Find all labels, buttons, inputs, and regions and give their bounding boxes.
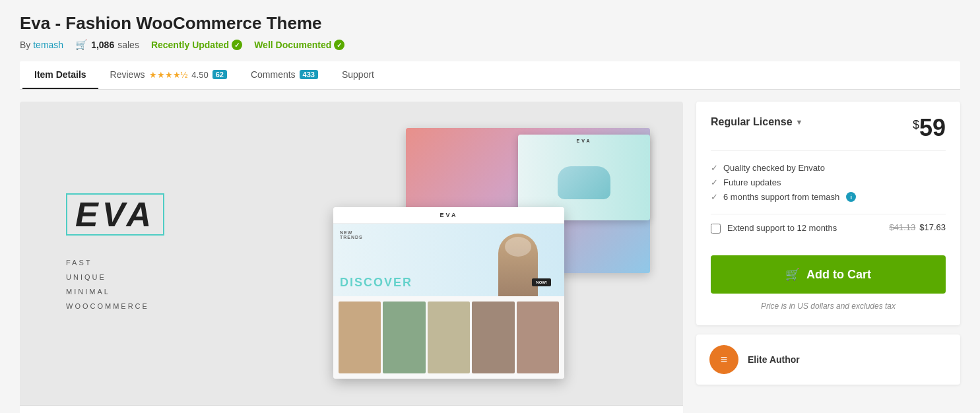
recently-updated-badge: Recently Updated ✓ [151,40,242,50]
stars-icon: ★★★★½ [149,70,188,80]
add-to-cart-label: Add to Cart [806,268,871,282]
screen-front-header: EVA [333,207,564,224]
eva-logo: EVA [66,193,164,236]
mini-product-4 [472,302,514,373]
check-icon-1: ✓ [711,163,718,173]
price-value: 59 [919,114,946,141]
preview-buttons: Preview Item ⊞ Screenshots 🖼 [20,405,683,413]
feature-item-2: ✓ Future updates [711,177,946,187]
screen-front: EVA DISCOVER [333,207,564,379]
mini-product-5 [517,302,559,373]
page-title: Eva - Fashion WooCommerce Theme [20,13,960,34]
feature-text-2: Future updates [723,177,781,187]
elite-author-label: Elite Author [748,354,800,365]
mini-product-2 [383,302,425,373]
extend-old-price: $41.13 [889,222,915,232]
feature-item-3: ✓ 6 months support from temash i [711,192,946,202]
tab-reviews-label: Reviews [110,69,145,80]
cart-icon: 🛒 [75,39,88,51]
discover-text: DISCOVER [340,276,412,290]
cart-icon-btn: 🛒 [785,267,800,282]
tagline-unique: UNIQUE [66,270,164,284]
preview-area: EVA FAST UNIQUE MINIMAL WOOCOMMERCE [20,102,683,413]
license-label: Regular License [711,116,793,128]
elite-author-icon: ≡ [721,353,728,367]
extend-support-checkbox[interactable] [711,224,721,234]
right-panel: Regular License ▼ $59 ✓ Quality checked … [696,102,960,385]
screen-hero: DISCOVER NEWTRENDS NOW! [333,224,564,296]
screen-brand: EVA [440,212,458,218]
sales-number: 1,086 [91,40,114,50]
price-dollar-sign: $ [913,119,919,131]
feature-item-1: ✓ Quality checked by Envato [711,163,946,173]
page-wrapper: Eva - Fashion WooCommerce Theme By temas… [0,0,980,413]
preview-image-container: EVA FAST UNIQUE MINIMAL WOOCOMMERCE [20,102,683,405]
tab-reviews[interactable]: Reviews ★★★★½ 4.50 62 [98,61,239,89]
features-list: ✓ Quality checked by Envato ✓ Future upd… [711,163,946,202]
tax-note: Price is in US dollars and excludes tax [711,302,946,311]
tab-item-details-label: Item Details [34,69,86,80]
sales-count: 🛒 1,086 sales [75,39,139,51]
sales-label: sales [117,40,139,50]
tagline-woocommerce: WOOCOMMERCE [66,299,164,313]
purchase-box: Regular License ▼ $59 ✓ Quality checked … [696,102,960,325]
mockup-screens: EVA DESIGN EVA [320,128,650,379]
chevron-down-icon: ▼ [796,118,803,126]
screen-front-body: DISCOVER NEWTRENDS NOW! [333,224,564,379]
mini-product-1 [339,302,381,373]
tab-item-details[interactable]: Item Details [22,61,98,89]
item-meta: By temash 🛒 1,086 sales Recently Updated… [20,39,960,51]
tab-support[interactable]: Support [330,61,386,89]
eva-taglines: FAST UNIQUE MINIMAL WOOCOMMERCE [66,255,164,313]
tab-comments[interactable]: Comments 433 [239,61,330,89]
add-to-cart-button[interactable]: 🛒 Add to Cart [711,255,946,294]
tagline-fast: FAST [66,255,164,270]
screen-products [333,296,564,379]
well-documented-text: Well Documented [254,40,331,50]
extend-support: Extend support to 12 months $41.13 $17.6… [711,214,946,242]
check-icon-3: ✓ [711,192,718,202]
recently-updated-text: Recently Updated [151,40,229,50]
main-layout: EVA FAST UNIQUE MINIMAL WOOCOMMERCE [20,102,960,413]
well-documented-badge: Well Documented ✓ [254,40,344,50]
info-icon[interactable]: i [846,192,856,202]
extend-support-label: Extend support to 12 months [727,222,882,234]
tab-support-label: Support [342,69,374,80]
author-box: ≡ Elite Author [696,334,960,385]
tabs-bar: Item Details Reviews ★★★★½ 4.50 62 Comme… [20,61,960,90]
license-header: Regular License ▼ $59 [711,116,946,151]
tagline-minimal: MINIMAL [66,284,164,299]
rating-number: 4.50 [191,70,208,80]
mini-product-3 [428,302,470,373]
comments-count-badge: 433 [300,70,318,79]
reviews-count-badge: 62 [212,70,227,79]
check-icon-2: ✓ [711,177,718,187]
recently-updated-check: ✓ [232,40,242,50]
extend-support-prices: $41.13 $17.63 [889,222,946,232]
theme-preview: EVA FAST UNIQUE MINIMAL WOOCOMMERCE [40,121,663,385]
item-header: Eva - Fashion WooCommerce Theme By temas… [20,13,960,51]
elite-badge: ≡ [709,345,738,374]
author-link[interactable]: temash [33,40,63,50]
feature-text-3: 6 months support from temash [723,192,839,202]
well-documented-check: ✓ [334,40,344,50]
tab-comments-label: Comments [251,69,296,80]
extend-new-price: $17.63 [919,222,946,232]
price-display: $59 [913,116,946,140]
author-label: By temash [20,40,63,50]
feature-text-1: Quality checked by Envato [723,163,825,173]
license-selector[interactable]: Regular License ▼ [711,116,803,128]
eva-logo-area: EVA FAST UNIQUE MINIMAL WOOCOMMERCE [66,193,164,313]
